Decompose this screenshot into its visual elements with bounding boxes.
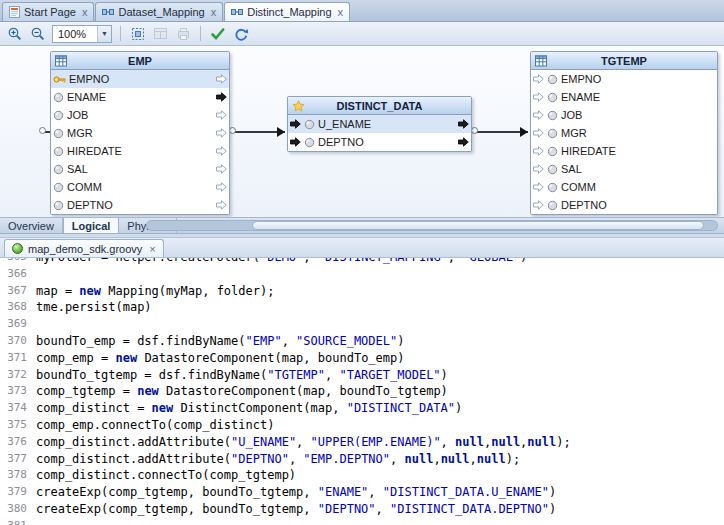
connection-point[interactable] xyxy=(39,127,46,134)
port-in-icon[interactable] xyxy=(290,137,301,147)
field-name: DEPTNO xyxy=(318,136,364,148)
layout-freeze-button[interactable] xyxy=(150,24,171,44)
tab-groovy-file[interactable]: map_demo_sdk.groovy × xyxy=(4,239,164,257)
datastore-node-emp[interactable]: EMP EMPNOENAMEJOBMGRHIREDATESALCOMMDEPTN… xyxy=(50,51,230,215)
port-in-icon[interactable] xyxy=(533,74,544,84)
node-header[interactable]: EMP xyxy=(51,52,229,70)
field-name: ENAME xyxy=(67,91,106,103)
field-row-ename[interactable]: ENAME xyxy=(51,88,229,106)
port-in-icon[interactable] xyxy=(533,128,544,138)
attribute-icon xyxy=(547,92,558,103)
star-icon xyxy=(292,100,305,112)
port-in-icon[interactable] xyxy=(533,146,544,156)
field-row-hiredate[interactable]: HIREDATE xyxy=(51,142,229,160)
tab-label: map_demo_sdk.groovy xyxy=(28,243,142,255)
close-icon[interactable]: x xyxy=(338,7,344,17)
port-out-icon[interactable] xyxy=(216,128,227,138)
field-name: DEPTNO xyxy=(561,199,607,211)
code-editor[interactable]: 365myFolder = helper.createFolder("DEMO"… xyxy=(0,258,724,525)
field-name: EMPNO xyxy=(69,73,109,85)
node-header[interactable]: DISTINCT_DATA xyxy=(288,97,471,115)
table-icon xyxy=(535,55,547,67)
field-row-sal[interactable]: SAL xyxy=(51,160,229,178)
field-row-ename[interactable]: ENAME xyxy=(531,88,717,106)
field-row-comm[interactable]: COMM xyxy=(51,178,229,196)
port-out-icon[interactable] xyxy=(216,164,227,174)
code-line: 373comp_tgtemp = new DatastoreComponent(… xyxy=(0,383,724,400)
attribute-icon xyxy=(53,200,64,211)
code-text: comp_tgtemp = new DatastoreComponent(map… xyxy=(36,383,448,400)
port-in-icon[interactable] xyxy=(533,200,544,210)
close-icon[interactable]: x xyxy=(82,7,88,17)
datastore-node-tgtemp[interactable]: TGTEMP EMPNOENAMEJOBMGRHIREDATESALCOMMDE… xyxy=(530,51,718,215)
validate-button[interactable] xyxy=(207,24,228,44)
scrollbar-thumb[interactable] xyxy=(252,221,704,230)
diagram-view-tabs: Overview Logical Physical xyxy=(0,218,724,234)
field-row-job[interactable]: JOB xyxy=(51,106,229,124)
zoom-in-button[interactable] xyxy=(4,24,25,44)
distinct-component-node[interactable]: DISTINCT_DATA U_ENAMEDEPTNO xyxy=(287,96,472,152)
code-line: 366 xyxy=(0,266,724,283)
attribute-icon xyxy=(547,110,558,121)
port-in-icon[interactable] xyxy=(533,182,544,192)
tab-overview[interactable]: Overview xyxy=(0,218,63,233)
port-out-icon[interactable] xyxy=(458,119,469,129)
diagram-toolbar: 100% ▼ xyxy=(0,22,724,46)
code-line: 374comp_distinct = new DistinctComponent… xyxy=(0,400,724,417)
attribute-icon xyxy=(547,74,558,85)
field-name: HIREDATE xyxy=(561,145,616,157)
port-out-icon[interactable] xyxy=(216,74,227,84)
field-row-empno[interactable]: EMPNO xyxy=(51,70,229,88)
field-row-empno[interactable]: EMPNO xyxy=(531,70,717,88)
connection-point[interactable] xyxy=(229,127,236,134)
code-lines[interactable]: 365myFolder = helper.createFolder("DEMO"… xyxy=(0,258,724,525)
field-row-u_ename[interactable]: U_ENAME xyxy=(288,115,471,133)
editor-tab-bar: map_demo_sdk.groovy × xyxy=(0,238,724,258)
tab-dataset-mapping[interactable]: Dataset_Mapping x xyxy=(95,2,223,21)
close-icon[interactable]: x xyxy=(211,7,217,17)
field-row-mgr[interactable]: MGR xyxy=(51,124,229,142)
code-text: comp_emp = new DatastoreComponent(map, b… xyxy=(36,350,404,367)
port-out-icon[interactable] xyxy=(216,110,227,120)
field-row-sal[interactable]: SAL xyxy=(531,160,717,178)
horizontal-scrollbar[interactable] xyxy=(146,220,718,231)
field-row-deptno[interactable]: DEPTNO xyxy=(51,196,229,214)
attribute-icon xyxy=(53,128,64,139)
tab-distinct-mapping[interactable]: Distinct_Mapping x xyxy=(224,2,350,21)
tab-start-page[interactable]: Start Page x xyxy=(2,2,94,21)
port-out-icon[interactable] xyxy=(216,92,227,102)
close-icon[interactable]: × xyxy=(149,244,155,254)
synchronize-icon[interactable] xyxy=(230,24,251,44)
field-row-hiredate[interactable]: HIREDATE xyxy=(531,142,717,160)
port-in-icon[interactable] xyxy=(290,119,301,129)
chevron-down-icon[interactable]: ▼ xyxy=(97,26,111,42)
port-in-icon[interactable] xyxy=(533,92,544,102)
field-name: MGR xyxy=(67,127,93,139)
port-out-icon[interactable] xyxy=(216,182,227,192)
connector-arrowhead xyxy=(277,127,285,137)
port-out-icon[interactable] xyxy=(216,146,227,156)
attribute-icon xyxy=(304,137,315,148)
port-in-icon[interactable] xyxy=(533,110,544,120)
layout-print-button[interactable] xyxy=(173,24,194,44)
connection-point[interactable] xyxy=(471,127,478,134)
line-number: 366 xyxy=(0,266,36,283)
node-header[interactable]: TGTEMP xyxy=(531,52,717,70)
field-row-deptno[interactable]: DEPTNO xyxy=(288,133,471,151)
attribute-icon xyxy=(53,164,64,175)
node-title: DISTINCT_DATA xyxy=(337,100,423,112)
field-name: EMPNO xyxy=(561,73,601,85)
field-row-deptno[interactable]: DEPTNO xyxy=(531,196,717,214)
port-in-icon[interactable] xyxy=(533,164,544,174)
tab-label: Dataset_Mapping xyxy=(118,6,204,18)
mapping-canvas[interactable]: EMP EMPNOENAMEJOBMGRHIREDATESALCOMMDEPTN… xyxy=(0,46,724,218)
field-row-mgr[interactable]: MGR xyxy=(531,124,717,142)
port-out-icon[interactable] xyxy=(216,200,227,210)
fit-to-window-button[interactable] xyxy=(127,24,148,44)
tab-logical[interactable]: Logical xyxy=(63,218,120,233)
field-row-job[interactable]: JOB xyxy=(531,106,717,124)
field-row-comm[interactable]: COMM xyxy=(531,178,717,196)
zoom-level-combo[interactable]: 100% ▼ xyxy=(52,25,112,43)
port-out-icon[interactable] xyxy=(458,137,469,147)
zoom-out-button[interactable] xyxy=(27,24,48,44)
